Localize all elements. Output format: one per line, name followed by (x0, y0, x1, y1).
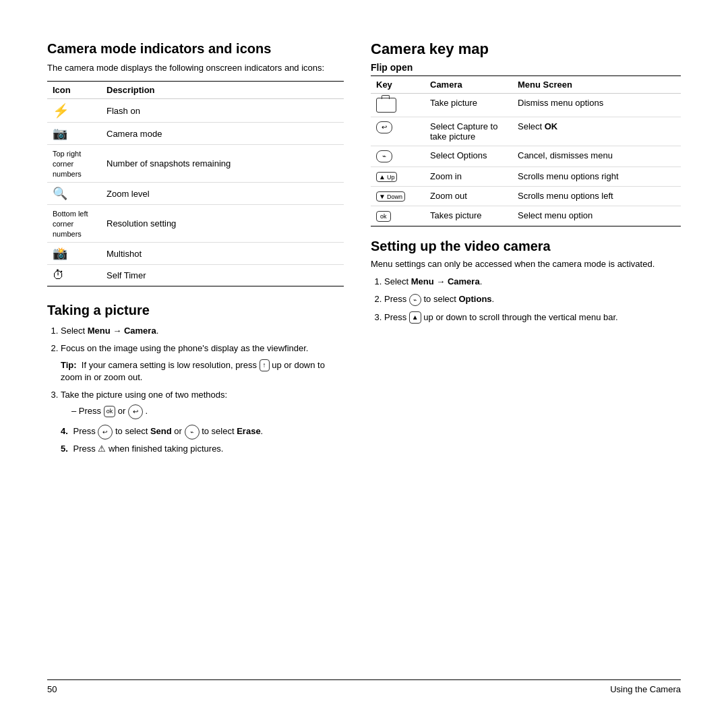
key-header: Key (371, 76, 425, 94)
video-section: Setting up the video camera Menu setting… (371, 239, 681, 324)
tip-block: Tip: If your camera setting is low resol… (61, 359, 344, 384)
video-intro: Menu settings can only be accessed when … (371, 258, 681, 270)
ok-key-icon: ok (376, 211, 391, 222)
cam-cell-zoomin: Zoom in (425, 167, 512, 187)
camera-mode-icon: 📷 (53, 127, 67, 140)
keymap-row-end-btn: ⌁ Select Options Cancel, dismisses menu (371, 146, 681, 167)
desc-cell-top-right: Number of snapshots remaining (101, 145, 344, 183)
nav-down-icon: ▼ Down (376, 191, 405, 202)
menu-cell-ok: Select OK (512, 117, 681, 146)
keymap-table: Key Camera Menu Screen Take picture Dism… (371, 75, 681, 226)
icon-cell-camera-mode: 📷 (47, 123, 101, 145)
keymap-title: Camera key map (371, 40, 681, 58)
video-step-1: Select Menu → Camera. (384, 276, 681, 288)
table-row: ⏱ Self Timer (47, 265, 344, 286)
nav-up-icon: ▲ Up (376, 172, 397, 182)
icon-cell-multishot: 📸 (47, 243, 101, 265)
camera-mode-section: Camera mode indicators and icons The cam… (47, 40, 344, 286)
table-row: 🔍 Zoom level (47, 183, 344, 205)
end-btn-video: ⌁ (409, 294, 421, 306)
send-key-icon: ↩ (376, 121, 392, 133)
keymap-row-nav-up: ▲ Up Zoom in Scrolls menu options right (371, 167, 681, 187)
camera-mode-title: Camera mode indicators and icons (47, 40, 344, 57)
icon-col-header: Icon (47, 82, 101, 99)
video-title: Setting up the video camera (371, 239, 681, 254)
flip-open-label: Flip open (371, 62, 681, 73)
left-column: Camera mode indicators and icons The cam… (47, 40, 344, 673)
taking-picture-steps: Select Menu → Camera. Focus on the image… (47, 325, 344, 419)
icon-cell-selftimer: ⏱ (47, 265, 101, 286)
key-cell-down: ▼ Down (371, 187, 425, 206)
bottom-left-icon: Bottom left corner numbers (53, 210, 88, 238)
step-5: 5. Press ⚠ when finished taking pictures… (61, 442, 344, 456)
step-3: Take the picture using one of two method… (61, 389, 344, 419)
top-right-icon: Top right corner numbers (53, 150, 82, 178)
key-cell-camera (371, 94, 425, 117)
nav-icon-tip: ↑ (260, 359, 270, 371)
key-cell-ok: ok (371, 206, 425, 226)
nav-up-arrow: ▲ (379, 173, 386, 181)
right-column: Camera key map Flip open Key Camera Menu… (371, 40, 681, 673)
keymap-row-nav-down: ▼ Down Zoom out Scrolls menu options lef… (371, 187, 681, 206)
icon-cell-bottom-left: Bottom left corner numbers (47, 205, 101, 243)
menu-cell-dismiss: Dismiss menu options (512, 94, 681, 117)
multishot-icon: 📸 (53, 247, 67, 260)
step-1: Select Menu → Camera. (61, 325, 344, 337)
step-4: 4. Press ↩ to select Send or ⌁ to select… (61, 425, 344, 439)
cam-cell-takes: Takes picture (425, 206, 512, 226)
end-btn-icon: ⌁ (185, 425, 200, 439)
table-row: Top right corner numbers Number of snaps… (47, 145, 344, 183)
table-row: ⚡ Flash on (47, 99, 344, 123)
video-step-2: Press ⌁ to select Options. (384, 293, 681, 306)
keymap-section: Camera key map Flip open Key Camera Menu… (371, 40, 681, 226)
page-number: 50 (47, 684, 57, 694)
cam-cell-take: Take picture (425, 94, 512, 117)
icon-cell-flash: ⚡ (47, 99, 101, 123)
end-key-icon: ⌁ (376, 150, 392, 162)
key-cell-up: ▲ Up (371, 167, 425, 187)
key-cell-end: ⌁ (371, 146, 425, 167)
zoom-icon: 🔍 (53, 187, 67, 200)
desc-cell-selftimer: Self Timer (101, 265, 344, 286)
video-steps: Select Menu → Camera. Press ⌁ to select … (371, 276, 681, 324)
table-row: 📸 Multishot (47, 243, 344, 265)
nav-up-label: Up (387, 174, 395, 181)
menu-cell-select: Select menu option (512, 206, 681, 226)
menu-cell-scrollright: Scrolls menu options right (512, 167, 681, 187)
camera-mode-intro: The camera mode displays the following o… (47, 62, 344, 74)
menu-cell-scrollleft: Scrolls menu options left (512, 187, 681, 206)
nav-down-label: Down (387, 193, 402, 200)
section-label: Using the Camera (610, 684, 681, 694)
selftimer-icon: ⏱ (53, 268, 65, 282)
ok-icon-inline: ok (104, 406, 116, 417)
camera-key-icon (376, 98, 396, 113)
desc-cell-multishot: Multishot (101, 243, 344, 265)
keymap-row-send-btn: ↩ Select Capture to take picture Select … (371, 117, 681, 146)
cam-cell-zoomout: Zoom out (425, 187, 512, 206)
send-btn-icon: ↩ (98, 425, 113, 439)
sub-step-press: – Press ok or ↩ . (71, 404, 344, 419)
desc-cell-bottom-left: Resolution setting (101, 205, 344, 243)
keymap-row-camera-btn: Take picture Dismiss menu options (371, 94, 681, 117)
keymap-row-ok-btn: ok Takes picture Select menu option (371, 206, 681, 226)
footer: 50 Using the Camera (47, 679, 681, 694)
menu-header: Menu Screen (512, 76, 681, 94)
page: Camera mode indicators and icons The cam… (0, 0, 728, 728)
cam-cell-capture: Select Capture to take picture (425, 117, 512, 146)
menu-cell-cancel: Cancel, dismisses menu (512, 146, 681, 167)
end-icon-step5: ⚠ (98, 442, 106, 456)
desc-col-header: Description (101, 82, 344, 99)
send-icon-inline: ↩ (128, 404, 143, 419)
camera-header: Camera (425, 76, 512, 94)
step-2: Focus on the image using the phone's dis… (61, 342, 344, 384)
table-row: Bottom left corner numbers Resolution se… (47, 205, 344, 243)
taking-picture-title: Taking a picture (47, 303, 344, 318)
icon-cell-zoom: 🔍 (47, 183, 101, 205)
nav-down-arrow: ▼ (379, 193, 386, 200)
taking-picture-section: Taking a picture Select Menu → Camera. F… (47, 303, 344, 456)
table-row: 📷 Camera mode (47, 123, 344, 145)
desc-cell-camera-mode: Camera mode (101, 123, 344, 145)
icon-cell-top-right: Top right corner numbers (47, 145, 101, 183)
video-step-3: Press ▲ up or down to scroll through the… (384, 311, 681, 324)
desc-cell-zoom: Zoom level (101, 183, 344, 205)
